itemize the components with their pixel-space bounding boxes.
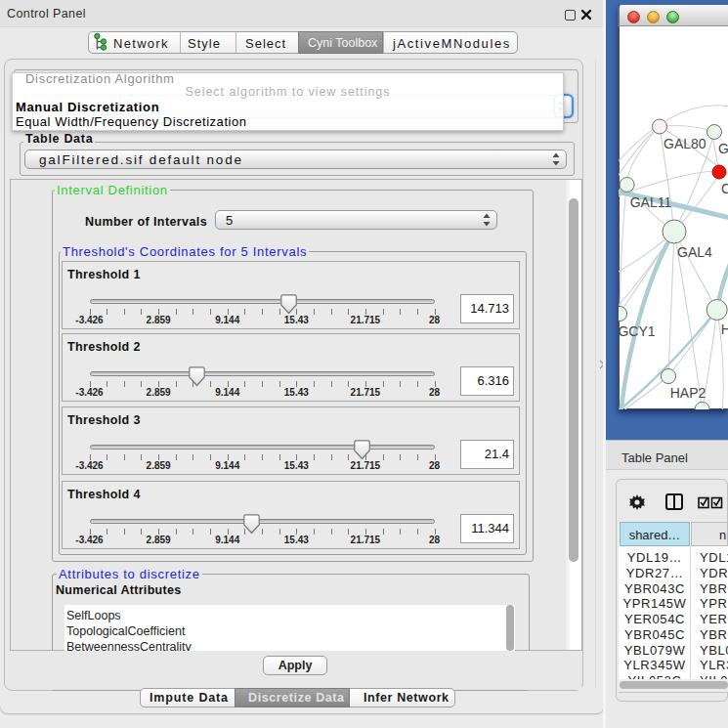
svg-text:GAL80: GAL80 [664,136,707,151]
svg-text:GAL11: GAL11 [630,194,672,210]
svg-text:GA: GA [718,141,728,156]
svg-text:HAP2: HAP2 [670,385,707,401]
svg-text:H: H [721,321,728,337]
svg-text:CD: CD [721,181,728,196]
svg-text:GCY1: GCY1 [619,323,656,339]
svg-text:GAL4: GAL4 [677,244,712,260]
